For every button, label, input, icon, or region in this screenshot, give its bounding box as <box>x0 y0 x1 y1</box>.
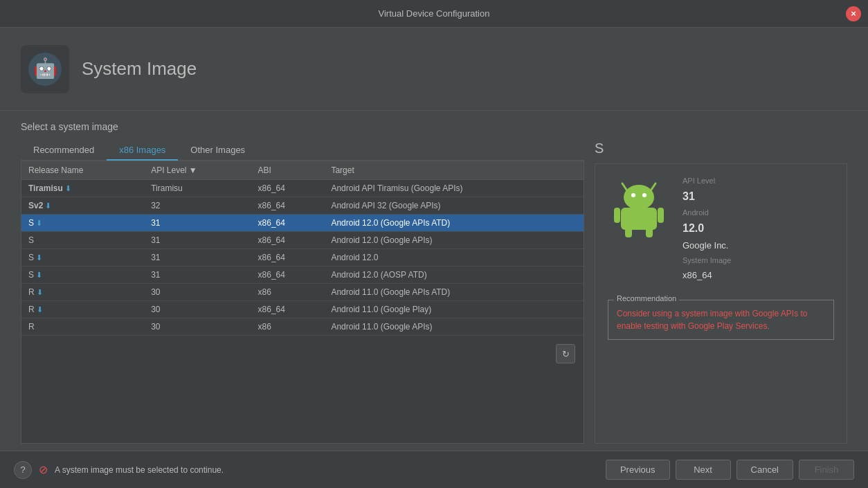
bottom-left: ? ⊘ A system image must be selected to c… <box>14 461 224 479</box>
android-label: Android <box>682 208 731 217</box>
download-icon[interactable]: ⬇ <box>37 305 43 314</box>
app-icon: 🤖 <box>21 45 69 93</box>
recommendation-box: Recommendation Consider using a system i… <box>608 300 834 340</box>
tab-x86images[interactable]: x86 Images <box>107 141 178 161</box>
cell-abi: x86 <box>251 318 325 336</box>
cell-abi: x86_64 <box>251 266 325 284</box>
cell-target: Android 11.0 (Google APIs) <box>324 318 584 336</box>
cell-api-level: 31 <box>144 266 251 284</box>
cell-abi: x86_64 <box>251 232 325 249</box>
cell-api-level: 31 <box>144 232 251 249</box>
cell-release-name: S⬇ <box>21 266 144 284</box>
svg-rect-11 <box>646 228 653 237</box>
cell-abi: x86_64 <box>251 249 325 266</box>
detail-card: API Level 31 Android 12.0 Google Inc. Sy… <box>595 163 847 444</box>
download-icon[interactable]: ⬇ <box>36 253 42 262</box>
cell-api-level: 31 <box>144 249 251 266</box>
refresh-button[interactable]: ↻ <box>556 344 575 363</box>
cell-target: Android API 32 (Google APIs) <box>324 197 584 215</box>
cell-target: Android 12.0 (AOSP ATD) <box>324 266 584 284</box>
cell-api-level: 32 <box>144 197 251 215</box>
refresh-area: ↻ <box>21 336 584 372</box>
cell-target: Android 12.0 (Google APIs) <box>324 232 584 249</box>
tab-recommended[interactable]: Recommended <box>21 141 107 161</box>
right-panel: S <box>595 141 847 444</box>
cell-target: Android 12.0 <box>324 249 584 266</box>
col-release-name: Release Name <box>21 161 144 180</box>
previous-button[interactable]: Previous <box>606 460 670 480</box>
tabs-and-table: Recommended x86 Images Other Images Rele… <box>21 141 847 444</box>
download-icon[interactable]: ⬇ <box>36 271 42 280</box>
col-target: Target <box>324 161 584 180</box>
download-icon[interactable]: ⬇ <box>37 288 43 297</box>
detail-header: S <box>595 141 847 156</box>
svg-point-4 <box>624 185 654 210</box>
header-section: 🤖 System Image <box>0 28 868 111</box>
api-level-label: API Level <box>682 177 731 185</box>
finish-button[interactable]: Finish <box>799 460 854 480</box>
table-row[interactable]: Tiramisu⬇Tiramisux86_64Android API Tiram… <box>21 180 584 197</box>
tab-otherimages[interactable]: Other Images <box>178 141 257 161</box>
left-panel: Recommended x86 Images Other Images Rele… <box>21 141 584 444</box>
cell-release-name: R⬇ <box>21 301 144 318</box>
svg-rect-8 <box>614 208 620 223</box>
download-icon[interactable]: ⬇ <box>45 201 51 210</box>
cell-release-name: S⬇ <box>21 249 144 266</box>
image-table: Release Name API Level ▼ ABI Target Tira… <box>21 161 584 336</box>
page-title: System Image <box>82 58 197 80</box>
image-table-container: Release Name API Level ▼ ABI Target Tira… <box>21 161 584 444</box>
col-api-level[interactable]: API Level ▼ <box>144 161 251 180</box>
table-row[interactable]: R⬇30x86_64Android 11.0 (Google Play) <box>21 301 584 318</box>
content-area: Select a system image Recommended x86 Im… <box>0 111 868 451</box>
table-body: Tiramisu⬇Tiramisux86_64Android API Tiram… <box>21 180 584 336</box>
cell-abi: x86_64 <box>251 197 325 215</box>
tabs-container: Recommended x86 Images Other Images <box>21 141 584 161</box>
table-row[interactable]: S⬇31x86_64Android 12.0 (Google APIs ATD) <box>21 215 584 232</box>
download-icon[interactable]: ⬇ <box>36 219 42 228</box>
cell-abi: x86_64 <box>251 301 325 318</box>
cell-abi: x86_64 <box>251 180 325 197</box>
next-button[interactable]: Next <box>676 460 731 480</box>
table-row[interactable]: R30x86Android 11.0 (Google APIs) <box>21 318 584 336</box>
detail-info: API Level 31 Android 12.0 Google Inc. Sy… <box>682 177 731 280</box>
download-icon[interactable]: ⬇ <box>65 184 71 193</box>
cancel-button[interactable]: Cancel <box>736 460 793 480</box>
cell-release-name: R⬇ <box>21 284 144 301</box>
cell-target: Android API Tiramisu (Google APIs) <box>324 180 584 197</box>
cell-target: Android 11.0 (Google Play) <box>324 301 584 318</box>
cell-api-level: 31 <box>144 215 251 232</box>
table-header-row: Release Name API Level ▼ ABI Target <box>21 161 584 180</box>
cell-target: Android 12.0 (Google APIs ATD) <box>324 215 584 232</box>
svg-rect-9 <box>658 208 664 223</box>
cell-api-level: 30 <box>144 301 251 318</box>
recommendation-title: Recommendation <box>614 294 679 302</box>
system-image-label: System Image <box>682 256 731 264</box>
api-level-value: 31 <box>682 190 731 203</box>
error-icon: ⊘ <box>39 463 48 476</box>
table-row[interactable]: R⬇30x86Android 11.0 (Google APIs ATD) <box>21 284 584 301</box>
android-studio-icon-svg: 🤖 <box>27 51 63 87</box>
svg-rect-7 <box>621 208 657 230</box>
main-content: 🤖 System Image Select a system image Rec… <box>0 28 868 488</box>
system-image-value: x86_64 <box>682 270 731 280</box>
close-button[interactable]: × <box>846 6 861 21</box>
cell-api-level: 30 <box>144 318 251 336</box>
vendor-value: Google Inc. <box>682 240 731 251</box>
cell-release-name: R <box>21 318 144 336</box>
bottom-bar: ? ⊘ A system image must be selected to c… <box>0 451 868 488</box>
android-value: 12.0 <box>682 222 731 235</box>
cell-api-level: Tiramisu <box>144 180 251 197</box>
table-row[interactable]: S31x86_64Android 12.0 (Google APIs) <box>21 232 584 249</box>
cell-api-level: 30 <box>144 284 251 301</box>
table-row[interactable]: Sv2⬇32x86_64Android API 32 (Google APIs) <box>21 197 584 215</box>
svg-point-6 <box>642 193 647 197</box>
cell-target: Android 11.0 (Google APIs ATD) <box>324 284 584 301</box>
android-robot-icon <box>608 177 670 239</box>
help-button[interactable]: ? <box>14 461 32 479</box>
cell-release-name: Tiramisu⬇ <box>21 180 144 197</box>
title-bar: Virtual Device Configuration × <box>0 0 868 28</box>
svg-rect-10 <box>625 228 632 237</box>
table-row[interactable]: S⬇31x86_64Android 12.0 <box>21 249 584 266</box>
table-row[interactable]: S⬇31x86_64Android 12.0 (AOSP ATD) <box>21 266 584 284</box>
window-title: Virtual Device Configuration <box>379 8 490 19</box>
